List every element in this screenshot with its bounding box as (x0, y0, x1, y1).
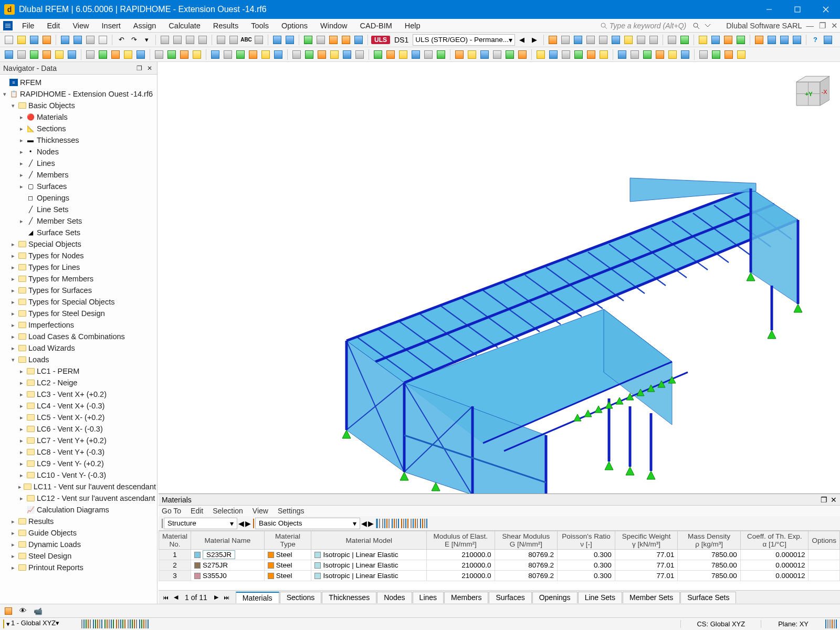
tree-nodes[interactable]: ▸•Nodes (1, 146, 156, 158)
sb-tool-3-icon[interactable] (88, 620, 89, 628)
table2-icon[interactable] (328, 34, 339, 46)
tp-menu-go-to[interactable]: Go To (162, 507, 181, 515)
panel1-icon[interactable] (159, 34, 171, 46)
tool-a-icon[interactable] (547, 34, 559, 46)
sb-tool-14-icon[interactable] (113, 620, 114, 628)
pager-last-icon[interactable]: ⏭ (222, 593, 232, 602)
tbl-tool-4-icon[interactable] (392, 519, 393, 528)
table-icon[interactable] (315, 34, 327, 46)
table-row[interactable]: 2 S275JR Steel Isotropic | Linear Elasti… (159, 560, 840, 571)
sb-end3-icon[interactable] (830, 620, 831, 628)
tool2-6-icon[interactable] (85, 49, 96, 60)
gear-icon[interactable] (41, 34, 52, 46)
tab-nodes[interactable]: Nodes (377, 592, 412, 603)
tbl-tool-16-icon[interactable] (420, 519, 421, 528)
tbl-tool-14-icon[interactable] (415, 519, 416, 528)
app-menu-icon[interactable] (3, 21, 13, 30)
tp-menu-edit[interactable]: Edit (191, 507, 203, 515)
tool2-41-icon[interactable] (560, 49, 572, 60)
tool2-27-icon[interactable] (372, 49, 384, 60)
reload-icon[interactable] (28, 34, 40, 46)
sb-tool-27-icon[interactable] (143, 620, 144, 628)
tool-i-icon[interactable] (648, 34, 659, 46)
grid-icon[interactable] (302, 34, 314, 46)
view2-icon[interactable] (679, 34, 690, 46)
navigator-tree[interactable]: ≡RFEM▾📋RAPIDHOME - Extension Ouest -14.r… (0, 75, 157, 604)
tp-menu-selection[interactable]: Selection (213, 507, 243, 515)
keyword-search[interactable]: Type a keyword (Alt+Q) (600, 22, 686, 30)
tree-lc9-vent-y-0-2-[interactable]: ▸LC9 - Vent Y- (+0.2) (1, 458, 156, 469)
render1-icon[interactable] (697, 34, 709, 46)
tbl-tool-6-icon[interactable] (396, 519, 397, 528)
table-row[interactable]: 3 S355J0 Steel Isotropic | Linear Elasti… (159, 571, 840, 581)
box2-icon[interactable] (779, 34, 790, 46)
sb-end1-icon[interactable] (825, 620, 826, 628)
tool2-32-icon[interactable] (435, 49, 447, 60)
sb-end6-icon[interactable] (836, 620, 837, 628)
sb-tool-21-icon[interactable] (130, 620, 131, 628)
tool2-43-icon[interactable] (585, 49, 597, 60)
tbl-tool-15-icon[interactable] (417, 519, 418, 528)
tool-c-icon[interactable] (572, 34, 584, 46)
tool2-46-icon[interactable] (629, 49, 640, 60)
tool2-34-icon[interactable] (466, 49, 478, 60)
tool2-7-icon[interactable] (97, 49, 109, 60)
tree-line-sets[interactable]: ╱Line Sets (1, 204, 156, 215)
group-combo[interactable]: Basic Objects▾ (255, 518, 360, 529)
tool2-30-icon[interactable] (410, 49, 422, 60)
panel4-icon[interactable] (197, 34, 208, 46)
tool2-29-icon[interactable] (397, 49, 409, 60)
panel3-icon[interactable] (184, 34, 196, 46)
tbl-tool-11-icon[interactable] (407, 519, 408, 528)
tool2-10-icon[interactable] (135, 49, 146, 60)
layout3-icon[interactable] (253, 34, 265, 46)
tree-types-for-lines[interactable]: ▸Types for Lines (1, 261, 156, 273)
tbl-tool-1-icon[interactable] (384, 519, 385, 528)
sb-tool-23-icon[interactable] (134, 620, 135, 628)
calc2-icon[interactable] (284, 34, 296, 46)
tree-member-sets[interactable]: ▸╱Member Sets (1, 215, 156, 227)
tree-types-for-surfaces[interactable]: ▸Types for Surfaces (1, 285, 156, 296)
tree-lc10-vent-y-0-3-[interactable]: ▸LC10 - Vent Y- (-0.3) (1, 469, 156, 481)
tree-lc4-vent-x-0-3-[interactable]: ▸LC4 - Vent X+ (-0.3) (1, 400, 156, 412)
tree-root[interactable]: ≡RFEM (1, 77, 156, 88)
eye-icon[interactable]: 👁 (18, 606, 28, 616)
box3-icon[interactable] (791, 34, 803, 46)
tree-loads[interactable]: ▾Loads (1, 354, 156, 365)
sb-tool-22-icon[interactable] (132, 620, 133, 628)
tree-lines[interactable]: ▸╱Lines (1, 158, 156, 169)
tree-imperfections[interactable]: ▸Imperfections (1, 319, 156, 331)
tool2-18-icon[interactable] (247, 49, 259, 60)
sb-tool-9-icon[interactable] (101, 620, 102, 628)
tree-steel-design[interactable]: ▸Steel Design (1, 550, 156, 562)
next-icon[interactable]: ▶ (529, 34, 540, 46)
tool2-12-icon[interactable] (166, 49, 177, 60)
menu-tools[interactable]: Tools (245, 19, 275, 32)
tree-sections[interactable]: ▸📐Sections (1, 123, 156, 134)
table-row[interactable]: 1 S235JR Steel Isotropic | Linear Elasti… (159, 550, 840, 560)
sb-tool-20-icon[interactable] (128, 620, 129, 628)
tree-lc11-vent-sur-l-auvent-descendant[interactable]: ▸LC11 - Vent sur l'auvent descendant (1, 481, 156, 492)
sb-end2-icon[interactable] (827, 620, 828, 628)
sb-tool-13-icon[interactable] (111, 620, 112, 628)
tool2-48-icon[interactable] (654, 49, 666, 60)
tool2-36-icon[interactable] (491, 49, 503, 60)
tab-surfaces[interactable]: Surfaces (489, 592, 531, 603)
tool2-50-icon[interactable] (679, 49, 691, 60)
menu-window[interactable]: Window (314, 19, 354, 32)
panel-float-icon[interactable]: ❐ (135, 64, 143, 72)
tree-openings[interactable]: ◻Openings (1, 192, 156, 204)
tp-menu-view[interactable]: View (253, 507, 268, 515)
save-icon[interactable] (59, 34, 71, 46)
undo-icon[interactable]: ↶ (116, 34, 127, 46)
minimize-button[interactable] (755, 0, 783, 19)
tool2-22-icon[interactable] (303, 49, 315, 60)
tree-types-for-steel-design[interactable]: ▸Types for Steel Design (1, 308, 156, 319)
tbl-tool-13-icon[interactable] (413, 519, 414, 528)
nav-cube[interactable]: +Y -X (782, 72, 830, 120)
tool2-0-icon[interactable] (3, 49, 15, 60)
menu-assign[interactable]: Assign (127, 19, 163, 32)
tool2-17-icon[interactable] (235, 49, 246, 60)
tree-types-for-special-objects[interactable]: ▸Types for Special Objects (1, 296, 156, 308)
tool2-42-icon[interactable] (573, 49, 584, 60)
